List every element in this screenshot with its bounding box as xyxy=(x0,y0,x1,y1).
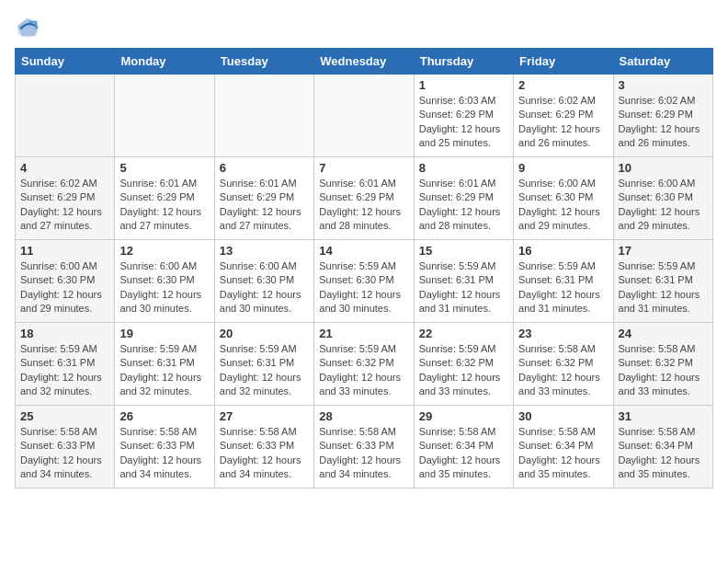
weekday-header-saturday: Saturday xyxy=(613,49,712,75)
day-info: Sunrise: 5:58 AM Sunset: 6:34 PM Dayligh… xyxy=(419,425,508,482)
calendar-week-row: 1Sunrise: 6:03 AM Sunset: 6:29 PM Daylig… xyxy=(16,75,713,157)
weekday-header-sunday: Sunday xyxy=(16,49,115,75)
calendar-cell: 9Sunrise: 6:00 AM Sunset: 6:30 PM Daylig… xyxy=(514,157,613,240)
day-info: Sunrise: 5:58 AM Sunset: 6:32 PM Dayligh… xyxy=(619,342,708,399)
day-number: 24 xyxy=(619,327,708,340)
day-info: Sunrise: 5:59 AM Sunset: 6:32 PM Dayligh… xyxy=(319,342,408,399)
day-number: 19 xyxy=(119,327,209,340)
day-number: 6 xyxy=(220,161,309,175)
day-number: 23 xyxy=(518,327,608,340)
calendar-cell: 29Sunrise: 5:58 AM Sunset: 6:34 PM Dayli… xyxy=(414,406,513,488)
calendar-cell: 17Sunrise: 5:59 AM Sunset: 6:31 PM Dayli… xyxy=(613,240,712,323)
day-number: 22 xyxy=(419,327,508,340)
day-number: 20 xyxy=(220,327,309,340)
day-info: Sunrise: 6:00 AM Sunset: 6:30 PM Dayligh… xyxy=(518,177,608,234)
day-number: 30 xyxy=(518,409,608,423)
weekday-header-row: SundayMondayTuesdayWednesdayThursdayFrid… xyxy=(16,49,713,75)
day-info: Sunrise: 5:58 AM Sunset: 6:33 PM Dayligh… xyxy=(220,425,309,482)
calendar-cell: 11Sunrise: 6:00 AM Sunset: 6:30 PM Dayli… xyxy=(16,240,115,323)
weekday-header-wednesday: Wednesday xyxy=(314,49,414,75)
day-number: 7 xyxy=(319,161,408,175)
calendar-cell: 20Sunrise: 5:59 AM Sunset: 6:31 PM Dayli… xyxy=(214,323,313,406)
calendar-cell: 10Sunrise: 6:00 AM Sunset: 6:30 PM Dayli… xyxy=(613,157,712,240)
day-info: Sunrise: 5:59 AM Sunset: 6:31 PM Dayligh… xyxy=(220,342,309,399)
day-info: Sunrise: 5:58 AM Sunset: 6:34 PM Dayligh… xyxy=(619,425,708,482)
calendar-cell: 27Sunrise: 5:58 AM Sunset: 6:33 PM Dayli… xyxy=(214,406,313,488)
day-info: Sunrise: 5:58 AM Sunset: 6:33 PM Dayligh… xyxy=(20,425,109,482)
day-number: 5 xyxy=(119,161,209,175)
day-info: Sunrise: 6:02 AM Sunset: 6:29 PM Dayligh… xyxy=(20,177,109,234)
calendar-cell: 28Sunrise: 5:58 AM Sunset: 6:33 PM Dayli… xyxy=(314,406,414,488)
day-info: Sunrise: 6:00 AM Sunset: 6:30 PM Dayligh… xyxy=(20,259,109,316)
day-number: 27 xyxy=(220,409,309,423)
calendar-cell xyxy=(314,75,414,157)
calendar-cell: 12Sunrise: 6:00 AM Sunset: 6:30 PM Dayli… xyxy=(115,240,214,323)
calendar-week-row: 25Sunrise: 5:58 AM Sunset: 6:33 PM Dayli… xyxy=(16,406,713,488)
calendar-cell: 25Sunrise: 5:58 AM Sunset: 6:33 PM Dayli… xyxy=(16,406,115,488)
day-info: Sunrise: 6:03 AM Sunset: 6:29 PM Dayligh… xyxy=(419,94,508,151)
calendar-cell: 3Sunrise: 6:02 AM Sunset: 6:29 PM Daylig… xyxy=(613,75,712,157)
day-info: Sunrise: 6:01 AM Sunset: 6:29 PM Dayligh… xyxy=(319,177,408,234)
day-number: 16 xyxy=(518,244,608,258)
calendar-cell: 19Sunrise: 5:59 AM Sunset: 6:31 PM Dayli… xyxy=(115,323,214,406)
calendar-cell: 21Sunrise: 5:59 AM Sunset: 6:32 PM Dayli… xyxy=(314,323,414,406)
weekday-header-thursday: Thursday xyxy=(414,49,513,75)
day-info: Sunrise: 5:58 AM Sunset: 6:34 PM Dayligh… xyxy=(518,425,608,482)
day-number: 1 xyxy=(419,78,508,92)
day-number: 8 xyxy=(419,161,508,175)
day-number: 15 xyxy=(419,244,508,258)
weekday-header-tuesday: Tuesday xyxy=(214,49,313,75)
calendar-cell: 23Sunrise: 5:58 AM Sunset: 6:32 PM Dayli… xyxy=(514,323,613,406)
day-number: 12 xyxy=(119,244,209,258)
calendar-cell xyxy=(16,75,115,157)
day-number: 2 xyxy=(518,78,608,92)
day-info: Sunrise: 6:02 AM Sunset: 6:29 PM Dayligh… xyxy=(518,94,608,151)
calendar-week-row: 11Sunrise: 6:00 AM Sunset: 6:30 PM Dayli… xyxy=(16,240,713,323)
day-info: Sunrise: 5:58 AM Sunset: 6:33 PM Dayligh… xyxy=(119,425,209,482)
day-number: 4 xyxy=(20,161,109,175)
logo-icon xyxy=(15,15,40,40)
calendar-cell: 2Sunrise: 6:02 AM Sunset: 6:29 PM Daylig… xyxy=(514,75,613,157)
day-info: Sunrise: 5:59 AM Sunset: 6:30 PM Dayligh… xyxy=(319,259,408,316)
calendar-cell: 13Sunrise: 6:00 AM Sunset: 6:30 PM Dayli… xyxy=(214,240,313,323)
day-info: Sunrise: 6:01 AM Sunset: 6:29 PM Dayligh… xyxy=(119,177,209,234)
day-info: Sunrise: 5:58 AM Sunset: 6:33 PM Dayligh… xyxy=(319,425,408,482)
day-number: 14 xyxy=(319,244,408,258)
calendar-cell: 24Sunrise: 5:58 AM Sunset: 6:32 PM Dayli… xyxy=(613,323,712,406)
day-number: 29 xyxy=(419,409,508,423)
day-number: 11 xyxy=(20,244,109,258)
day-info: Sunrise: 5:58 AM Sunset: 6:32 PM Dayligh… xyxy=(518,342,608,399)
calendar-cell: 4Sunrise: 6:02 AM Sunset: 6:29 PM Daylig… xyxy=(16,157,115,240)
calendar-cell: 14Sunrise: 5:59 AM Sunset: 6:30 PM Dayli… xyxy=(314,240,414,323)
day-number: 3 xyxy=(619,78,708,92)
day-info: Sunrise: 5:59 AM Sunset: 6:31 PM Dayligh… xyxy=(419,259,508,316)
calendar-cell: 5Sunrise: 6:01 AM Sunset: 6:29 PM Daylig… xyxy=(115,157,214,240)
calendar-cell: 1Sunrise: 6:03 AM Sunset: 6:29 PM Daylig… xyxy=(414,75,513,157)
day-number: 18 xyxy=(20,327,109,340)
calendar-cell: 30Sunrise: 5:58 AM Sunset: 6:34 PM Dayli… xyxy=(514,406,613,488)
calendar-cell: 7Sunrise: 6:01 AM Sunset: 6:29 PM Daylig… xyxy=(314,157,414,240)
day-info: Sunrise: 5:59 AM Sunset: 6:31 PM Dayligh… xyxy=(119,342,209,399)
day-number: 28 xyxy=(319,409,408,423)
calendar-cell: 6Sunrise: 6:01 AM Sunset: 6:29 PM Daylig… xyxy=(214,157,313,240)
day-number: 31 xyxy=(619,409,708,423)
day-number: 21 xyxy=(319,327,408,340)
day-info: Sunrise: 5:59 AM Sunset: 6:32 PM Dayligh… xyxy=(419,342,508,399)
calendar-cell: 18Sunrise: 5:59 AM Sunset: 6:31 PM Dayli… xyxy=(16,323,115,406)
day-info: Sunrise: 5:59 AM Sunset: 6:31 PM Dayligh… xyxy=(20,342,109,399)
calendar-week-row: 18Sunrise: 5:59 AM Sunset: 6:31 PM Dayli… xyxy=(16,323,713,406)
day-number: 17 xyxy=(619,244,708,258)
calendar-cell xyxy=(115,75,214,157)
calendar-cell: 15Sunrise: 5:59 AM Sunset: 6:31 PM Dayli… xyxy=(414,240,513,323)
header xyxy=(15,15,713,40)
day-info: Sunrise: 6:02 AM Sunset: 6:29 PM Dayligh… xyxy=(619,94,708,151)
day-number: 13 xyxy=(220,244,309,258)
calendar-cell xyxy=(214,75,313,157)
day-info: Sunrise: 5:59 AM Sunset: 6:31 PM Dayligh… xyxy=(619,259,708,316)
calendar-cell: 8Sunrise: 6:01 AM Sunset: 6:29 PM Daylig… xyxy=(414,157,513,240)
calendar-cell: 31Sunrise: 5:58 AM Sunset: 6:34 PM Dayli… xyxy=(613,406,712,488)
calendar-table: SundayMondayTuesdayWednesdayThursdayFrid… xyxy=(15,48,713,488)
day-number: 26 xyxy=(119,409,209,423)
calendar-cell: 26Sunrise: 5:58 AM Sunset: 6:33 PM Dayli… xyxy=(115,406,214,488)
day-info: Sunrise: 6:00 AM Sunset: 6:30 PM Dayligh… xyxy=(119,259,209,316)
